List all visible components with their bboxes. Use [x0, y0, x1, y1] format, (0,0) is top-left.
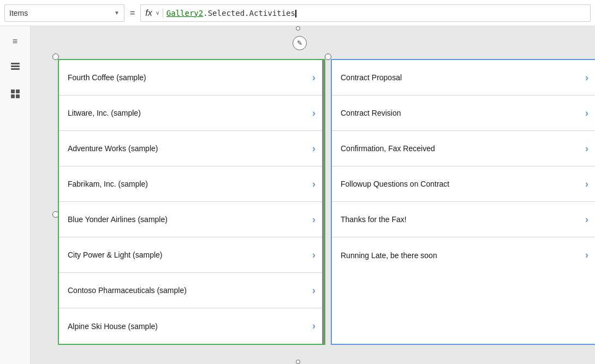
gallery-right-item[interactable]: Contract Proposal ›: [332, 60, 595, 96]
gallery-left-list: Fourth Coffee (sample) › Litware, Inc. (…: [59, 60, 324, 344]
chevron-right-icon: ›: [312, 320, 316, 332]
gallery-left-item[interactable]: Alpine Ski House (sample) ›: [59, 308, 324, 344]
gallery-item-label: Confirmation, Fax Received: [341, 144, 585, 153]
gallery-item-label: City Power & Light (sample): [68, 250, 312, 259]
chevron-down-icon: ▼: [114, 10, 120, 16]
vdiv-handle-bot[interactable]: [296, 360, 300, 364]
chevron-right-icon: ›: [312, 143, 316, 154]
edit-pencil-icon[interactable]: ✎: [293, 36, 307, 50]
gallery-left: Fourth Coffee (sample) › Litware, Inc. (…: [58, 59, 325, 345]
gallery-left-item[interactable]: Fourth Coffee (sample) ›: [59, 60, 324, 96]
chevron-right-icon: ›: [585, 249, 588, 261]
gallery-item-label: Fourth Coffee (sample): [68, 73, 312, 82]
gallery-left-item[interactable]: Contoso Pharmaceuticals (sample) ›: [59, 273, 324, 308]
left-sidebar: ≡: [0, 26, 31, 364]
gallery-left-item[interactable]: Fabrikam, Inc. (sample) ›: [59, 166, 324, 202]
top-bar: Items ▼ = fx ∨ Gallery2.Selected.Activit…: [0, 0, 595, 26]
property-label: Items: [9, 9, 112, 17]
formula-text: Gallery2.Selected.Activities: [166, 9, 586, 17]
gallery-item-label: Contract Revision: [341, 109, 585, 117]
chevron-right-icon: ›: [585, 143, 588, 154]
formula-gallery-name: Gallery2: [166, 9, 203, 17]
gallery-right-item[interactable]: Contract Revision ›: [332, 96, 595, 131]
gallery-item-label: Thanks for the Fax!: [341, 215, 585, 224]
fx-chevron-icon: ∨: [156, 10, 159, 16]
gallery-item-label: Adventure Works (sample): [68, 144, 312, 153]
chevron-right-icon: ›: [312, 108, 316, 119]
gallery-right-list: Contract Proposal › Contract Revision › …: [332, 60, 595, 273]
grid-icon[interactable]: [9, 87, 22, 100]
gallery-item-label: Running Late, be there soon: [341, 251, 585, 260]
hamburger-menu-icon[interactable]: ≡: [9, 35, 22, 48]
vdiv-handle-top[interactable]: [296, 26, 300, 31]
property-dropdown[interactable]: Items ▼: [4, 4, 124, 22]
gallery-item-label: Contract Proposal: [341, 73, 585, 82]
gallery-item-label: Alpine Ski House (sample): [68, 322, 312, 331]
chevron-right-icon: ›: [585, 72, 588, 83]
chevron-right-icon: ›: [312, 285, 316, 296]
cursor: [295, 10, 296, 17]
svg-rect-2: [11, 63, 20, 64]
gallery-right-item[interactable]: Confirmation, Fax Received ›: [332, 131, 595, 166]
gallery-divider[interactable]: [322, 60, 324, 344]
gallery-item-label: Blue Yonder Airlines (sample): [68, 215, 312, 224]
chevron-right-icon: ›: [585, 214, 588, 225]
gallery-left-item[interactable]: Litware, Inc. (sample) ›: [59, 96, 324, 131]
chevron-right-icon: ›: [585, 108, 588, 119]
svg-rect-3: [11, 89, 15, 93]
gallery-left-item[interactable]: Adventure Works (sample) ›: [59, 131, 324, 166]
chevron-right-icon: ›: [312, 72, 316, 83]
gallery-right-item[interactable]: Running Late, be there soon ›: [332, 237, 595, 273]
chevron-right-icon: ›: [312, 178, 316, 190]
svg-rect-5: [11, 94, 15, 98]
svg-rect-0: [11, 65, 20, 67]
gallery-left-item[interactable]: City Power & Light (sample) ›: [59, 237, 324, 273]
gallery-left-item[interactable]: Blue Yonder Airlines (sample) ›: [59, 202, 324, 237]
gallery-right-item[interactable]: Thanks for the Fax! ›: [332, 202, 595, 237]
gallery-right: Contract Proposal › Contract Revision › …: [331, 59, 595, 345]
fx-icon: fx: [145, 8, 152, 18]
gallery-right-item[interactable]: Followup Questions on Contract ›: [332, 166, 595, 202]
formula-rest: .Selected.Activities: [203, 9, 295, 17]
svg-rect-6: [16, 94, 20, 98]
equals-sign: =: [128, 8, 137, 18]
svg-rect-1: [11, 68, 20, 70]
formula-bar[interactable]: fx ∨ Gallery2.Selected.Activities: [140, 4, 591, 22]
layers-icon[interactable]: [9, 61, 22, 74]
gallery-item-label: Litware, Inc. (sample): [68, 109, 312, 117]
galleries-container: Fourth Coffee (sample) › Litware, Inc. (…: [58, 59, 595, 345]
gallery-item-label: Contoso Pharmaceuticals (sample): [68, 286, 312, 295]
canvas-area: ✎ Fourth Coffee (sample) › Litware, Inc.…: [31, 26, 595, 364]
chevron-right-icon: ›: [585, 178, 588, 190]
fx-divider: [163, 8, 163, 18]
gallery-item-label: Fabrikam, Inc. (sample): [68, 180, 312, 188]
gallery-item-label: Followup Questions on Contract: [341, 180, 585, 188]
svg-rect-4: [16, 89, 20, 93]
chevron-right-icon: ›: [312, 214, 316, 225]
chevron-right-icon: ›: [312, 249, 316, 261]
